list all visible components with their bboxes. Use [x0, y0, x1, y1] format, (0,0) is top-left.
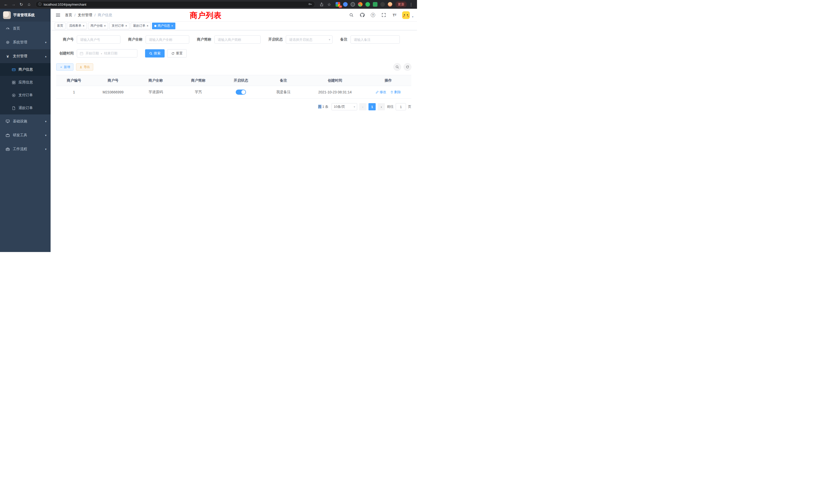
extension-knot-icon[interactable]: [380, 2, 385, 7]
extension-green-square-icon[interactable]: [373, 2, 377, 7]
briefcase-icon: [5, 147, 10, 151]
logo-image: [3, 11, 11, 19]
top-navbar: 首页 / 支付管理 / 商户信息 商户列表 ? TT: [50, 9, 417, 22]
github-icon[interactable]: [359, 12, 365, 18]
sidebar-item-pay[interactable]: ¥ 支付管理 ▴: [0, 49, 50, 63]
sidebar-item-home[interactable]: 首页: [0, 22, 50, 36]
grid-icon: [11, 81, 16, 85]
forward-icon[interactable]: →: [10, 1, 17, 8]
export-button[interactable]: 导出: [76, 63, 93, 71]
password-key-icon[interactable]: [308, 2, 312, 7]
sidebar-item-system[interactable]: 系统管理 ▾: [0, 36, 50, 49]
close-icon[interactable]: ×: [83, 24, 85, 28]
extension-blue-icon[interactable]: [343, 2, 348, 7]
tab-user-group[interactable]: 用户分组 ×: [88, 23, 108, 29]
sidebar-item-infra[interactable]: 基础设施 ▾: [0, 114, 50, 128]
reset-button[interactable]: 重置: [167, 49, 187, 58]
sidebar-item-workflow[interactable]: 工作流程 ▾: [0, 142, 50, 156]
address-bar[interactable]: ⓘ localhost:1024/pay/merchant: [36, 1, 315, 8]
fullscreen-icon[interactable]: [380, 12, 387, 18]
prev-page-button[interactable]: ‹: [359, 103, 367, 110]
page-size-select[interactable]: 10条/页 ▾: [331, 103, 357, 110]
cell-remark: 我是备注: [262, 86, 305, 98]
col-actions: 操作: [365, 75, 411, 86]
delete-button[interactable]: 删除: [390, 90, 401, 94]
sidebar-item-label: 系统管理: [13, 40, 27, 45]
filter-row-2: 创建时间 开始日期 - 结束日期 搜索 重置: [56, 49, 411, 58]
edit-button[interactable]: 修改: [376, 90, 386, 94]
plus-icon: ＋: [60, 65, 63, 69]
browser-menu-icon[interactable]: ⋮: [408, 1, 414, 8]
col-remark: 备注: [262, 75, 305, 86]
tab-pay-order[interactable]: 支付订单 ×: [109, 23, 129, 29]
remark-input[interactable]: [351, 36, 400, 44]
tab-flow-form[interactable]: 流程表单 ×: [67, 23, 87, 29]
col-merchant-no: 商户号: [92, 75, 134, 86]
close-icon[interactable]: ×: [125, 24, 127, 28]
next-page-button[interactable]: ›: [378, 103, 385, 110]
status-toggle[interactable]: [236, 90, 246, 95]
breadcrumb-section[interactable]: 支付管理: [78, 13, 92, 18]
sidebar-item-app-info[interactable]: 应用信息: [0, 76, 50, 89]
status-select[interactable]: [286, 36, 332, 44]
extension-dark-icon[interactable]: [351, 2, 355, 7]
sidebar-item-merchant-info[interactable]: 商户信息: [0, 63, 50, 76]
sidebar-item-label: 支付管理: [13, 54, 27, 59]
date-range-picker[interactable]: 开始日期 - 结束日期: [77, 49, 137, 58]
search-button[interactable]: 搜索: [145, 49, 164, 58]
active-tab-dot: [154, 25, 156, 27]
chevron-down-icon: ▾: [45, 134, 46, 137]
font-size-icon[interactable]: TT: [391, 12, 397, 18]
share-icon[interactable]: [318, 1, 325, 8]
full-name-input[interactable]: [146, 36, 189, 44]
tab-refund-order[interactable]: 退款订单 ×: [131, 23, 151, 29]
refresh-icon: [406, 65, 409, 69]
tab-label: 退款订单: [133, 24, 145, 28]
refresh-table-button[interactable]: [404, 63, 411, 71]
bookmark-star-icon[interactable]: ☆: [326, 1, 332, 8]
short-name-input[interactable]: [214, 36, 261, 44]
hamburger-icon[interactable]: [54, 11, 62, 19]
toolbox-icon: [5, 133, 10, 137]
site-info-icon[interactable]: ⓘ: [38, 2, 42, 7]
tab-merchant-info[interactable]: 商户信息 ×: [152, 23, 175, 29]
reload-icon[interactable]: ↻: [18, 1, 25, 8]
full-name-label: 商户全称: [128, 37, 142, 42]
goto-page-input[interactable]: [396, 103, 406, 110]
home-icon[interactable]: ⌂: [26, 1, 32, 8]
tab-home[interactable]: 首页: [55, 23, 65, 29]
user-avatar[interactable]: [402, 11, 410, 19]
url-text: localhost:1024/pay/merchant: [44, 3, 306, 6]
toggle-search-button[interactable]: [393, 63, 401, 71]
col-create-time: 创建时间: [305, 75, 365, 86]
sidebar-item-dev-tools[interactable]: 研发工具 ▾: [0, 128, 50, 142]
extensions-row: 10: [336, 2, 392, 7]
table-header-row: 商户编号 商户号 商户全称 商户简称 开启状态 备注 创建时间 操作: [56, 75, 411, 86]
chrome-update-button[interactable]: 更新: [395, 1, 407, 7]
sidebar-item-refund-order[interactable]: 退款订单: [0, 101, 50, 114]
extension-green-icon[interactable]: [366, 2, 370, 7]
merchant-no-input[interactable]: [77, 36, 120, 44]
close-icon[interactable]: ×: [147, 24, 148, 28]
extension-multicolor-icon[interactable]: [358, 2, 363, 7]
close-icon[interactable]: ×: [104, 24, 106, 28]
back-icon[interactable]: ←: [3, 1, 9, 8]
app-logo[interactable]: 芋道管理系统: [0, 9, 50, 22]
filter-row-1: 商户号 商户全称 商户简称 开启状态 ▾: [56, 36, 411, 44]
col-short-name: 商户简称: [177, 75, 220, 86]
breadcrumb: 首页 / 支付管理 / 商户信息: [65, 13, 112, 18]
search-icon[interactable]: [348, 12, 354, 18]
avatar-caret-icon[interactable]: ▾: [412, 15, 413, 19]
profile-avatar[interactable]: [388, 2, 392, 7]
status-label: 开启状态: [268, 37, 283, 42]
chevron-down-icon: ▾: [354, 105, 355, 109]
page-1-button[interactable]: 1: [369, 103, 376, 110]
target-icon: [11, 93, 16, 97]
help-icon[interactable]: ?: [370, 12, 376, 18]
breadcrumb-home[interactable]: 首页: [65, 13, 72, 18]
add-button[interactable]: ＋ 新增: [56, 63, 73, 71]
close-icon[interactable]: ×: [171, 24, 173, 28]
sidebar-item-pay-order[interactable]: 支付订单: [0, 89, 50, 101]
tab-label: 支付订单: [112, 24, 124, 28]
extension-grid-icon[interactable]: 10: [336, 2, 340, 7]
